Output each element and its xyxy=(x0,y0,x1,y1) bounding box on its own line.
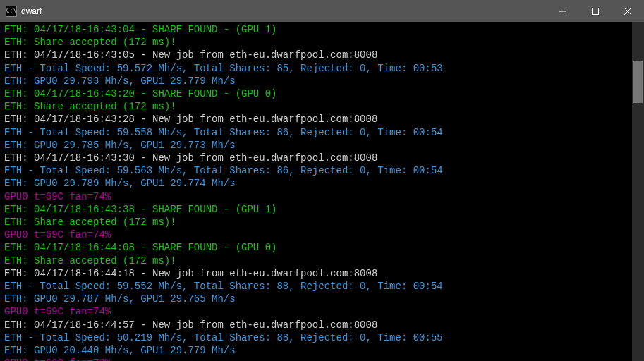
terminal-line: ETH: 04/17/18-16:43:04 - SHARE FOUND - (… xyxy=(4,23,640,36)
close-button[interactable] xyxy=(612,0,644,22)
terminal-line: ETH: GPU0 29.793 Mh/s, GPU1 29.779 Mh/s xyxy=(4,75,640,87)
terminal-output[interactable]: ETH: 04/17/18-16:43:04 - SHARE FOUND - (… xyxy=(0,22,644,361)
minimize-button[interactable] xyxy=(547,0,579,22)
terminal-line: ETH: 04/17/18-16:43:05 - New job from et… xyxy=(4,49,640,61)
svg-rect-1 xyxy=(593,8,599,14)
terminal-line: ETH: GPU0 29.785 Mh/s, GPU1 29.773 Mh/s xyxy=(4,139,640,152)
terminal-line: GPU0 t=69C fan=74% xyxy=(4,305,640,318)
terminal-line: ETH: 04/17/18-16:44:18 - New job from et… xyxy=(4,267,640,280)
terminal-line: ETH: 04/17/18-16:43:20 - SHARE FOUND - (… xyxy=(4,87,640,100)
terminal-line: ETH: 04/17/18-16:43:38 - SHARE FOUND - (… xyxy=(4,203,640,216)
terminal-line: ETH: Share accepted (172 ms)! xyxy=(4,255,640,267)
maximize-button[interactable] xyxy=(579,0,612,22)
maximize-icon xyxy=(592,8,599,15)
terminal-line: ETH: Share accepted (172 ms)! xyxy=(4,100,640,113)
terminal-line: ETH: GPU0 20.440 Mh/s, GPU1 29.779 Mh/s xyxy=(4,344,640,357)
minimize-icon xyxy=(559,8,566,15)
close-icon xyxy=(624,8,631,15)
terminal-line: ETH - Total Speed: 59.558 Mh/s, Total Sh… xyxy=(4,126,640,139)
terminal-line: GPU0 t=69C fan=73% xyxy=(4,357,640,361)
window-controls xyxy=(547,0,644,22)
scrollbar-thumb[interactable] xyxy=(633,61,643,103)
terminal-line: ETH: 04/17/18-16:44:57 - New job from et… xyxy=(4,319,640,331)
window-title: dwarf xyxy=(21,6,547,16)
terminal-line: GPU0 t=69C fan=74% xyxy=(4,190,640,203)
terminal-line: ETH - Total Speed: 50.219 Mh/s, Total Sh… xyxy=(4,331,640,344)
terminal-line: ETH: Share accepted (172 ms)! xyxy=(4,36,640,49)
terminal-line: ETH: Share accepted (172 ms)! xyxy=(4,216,640,228)
scrollbar-track[interactable] xyxy=(632,22,644,361)
terminal-line: ETH: GPU0 29.789 Mh/s, GPU1 29.774 Mh/s xyxy=(4,177,640,190)
terminal-line: ETH - Total Speed: 59.572 Mh/s, Total Sh… xyxy=(4,62,640,75)
terminal-line: ETH: 04/17/18-16:43:30 - New job from et… xyxy=(4,152,640,164)
terminal-line: GPU0 t=69C fan=74% xyxy=(4,228,640,241)
terminal-line: ETH: 04/17/18-16:44:08 - SHARE FOUND - (… xyxy=(4,241,640,254)
terminal-line: ETH - Total Speed: 59.563 Mh/s, Total Sh… xyxy=(4,164,640,177)
terminal-line: ETH - Total Speed: 59.552 Mh/s, Total Sh… xyxy=(4,280,640,293)
app-icon: C:\ xyxy=(6,6,17,17)
terminal-line: ETH: 04/17/18-16:43:28 - New job from et… xyxy=(4,113,640,126)
window-titlebar: C:\ dwarf xyxy=(0,0,644,22)
terminal-line: ETH: GPU0 29.787 Mh/s, GPU1 29.765 Mh/s xyxy=(4,293,640,305)
